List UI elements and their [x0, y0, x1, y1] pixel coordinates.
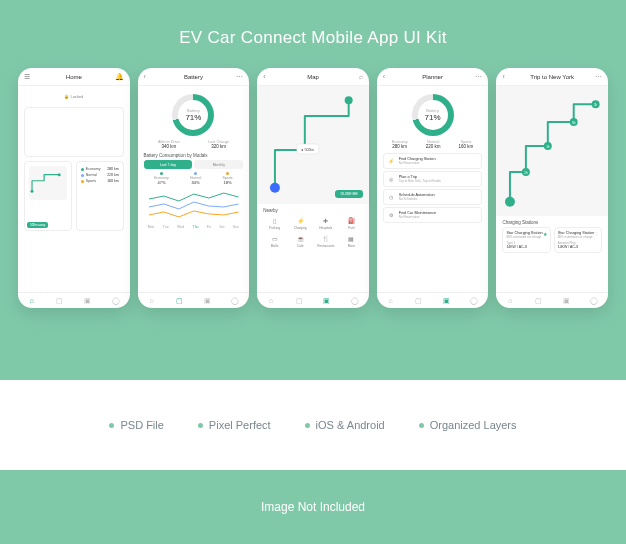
legend-value: 47% — [154, 180, 169, 185]
nav-home-icon[interactable]: ⌂ — [27, 296, 37, 306]
nav-home-icon[interactable]: ⌂ — [505, 296, 515, 306]
planner-item-trip[interactable]: ◎Plan a TripTrip to New York, Trip to Fl… — [383, 171, 483, 187]
charging-station-card[interactable]: ♡ Star Charging Station 88% estimated ca… — [554, 227, 602, 253]
more-icon[interactable]: ⋯ — [595, 73, 602, 81]
nav-battery-icon[interactable]: ▢ — [294, 296, 304, 306]
planner-item-schedule[interactable]: ◷Schedule AutomationNo Schedules — [383, 189, 483, 205]
more-icon[interactable]: ⋯ — [236, 73, 243, 81]
range-last7-pill[interactable]: Last 7 day — [144, 160, 193, 169]
donut-value: 71% — [185, 113, 201, 122]
range-monthly-pill[interactable]: Monthly — [194, 160, 243, 169]
section-title: Charging Stations — [502, 220, 602, 225]
drive-modes-card[interactable]: Economy280 km Normal220 km Sports160 km — [76, 161, 124, 231]
nav-home-icon[interactable]: ⌂ — [147, 296, 157, 306]
nav-profile-icon[interactable]: ◯ — [230, 296, 240, 306]
svg-point-3 — [270, 183, 280, 193]
features-row: PSD File Pixel Perfect iOS & Android Org… — [0, 380, 626, 470]
nav-profile-icon[interactable]: ◯ — [350, 296, 360, 306]
stat-value: 220 km — [426, 144, 441, 149]
nav-map-icon[interactable]: ▣ — [561, 296, 571, 306]
nav-planner-icon[interactable]: ▣ — [442, 296, 452, 306]
mode-label: Economy — [86, 167, 101, 171]
nav-home-icon[interactable]: ⌂ — [386, 296, 396, 306]
donut-value: 71% — [425, 113, 441, 122]
screen-planner: ‹ Planner ⋯ Battery 71% Economy280 km No… — [377, 68, 489, 308]
svg-point-4 — [345, 96, 353, 104]
bottom-nav: ⌂ ▢ ▣ ◯ — [496, 292, 608, 308]
bottom-nav: ⌂ ▢ ▣ ◯ — [377, 292, 489, 308]
screen-title: Trip to New York — [530, 74, 574, 80]
screen-trip: ‹ Trip to New York ⋯ 2h 1h 3h 2h Ch — [496, 68, 608, 308]
clock-icon: ◷ — [387, 193, 395, 201]
screen-title: Home — [66, 74, 82, 80]
more-icon[interactable]: ⋯ — [475, 73, 482, 81]
nav-map-icon[interactable]: ▣ — [83, 296, 93, 306]
back-icon[interactable]: ‹ — [383, 73, 385, 80]
planner-item-charging[interactable]: ⚡Find Charging StationNo Reservation — [383, 153, 483, 169]
bullet-icon — [419, 423, 424, 428]
svg-point-8 — [505, 197, 515, 207]
nav-battery-icon[interactable]: ▢ — [533, 296, 543, 306]
search-icon[interactable]: ⌕ — [359, 73, 363, 80]
bullet-icon — [198, 423, 203, 428]
charging-station-card[interactable]: ★ Star Charging Station 88% estimated ca… — [502, 227, 550, 253]
planner-item-maintenance[interactable]: ⚙Find Car MaintenanceNo Reservation — [383, 207, 483, 223]
trip-map-view[interactable]: 2h 1h 3h 2h — [496, 86, 608, 216]
svg-rect-7 — [496, 86, 608, 216]
nav-battery-icon[interactable]: ▢ — [174, 296, 184, 306]
svg-text:3h: 3h — [572, 121, 576, 125]
screen-header: ‹ Trip to New York ⋯ — [496, 68, 608, 86]
nav-battery-icon[interactable]: ▢ — [55, 296, 65, 306]
nearby-parking[interactable]: ▯Parking — [263, 215, 286, 230]
bell-icon[interactable]: 🔔 — [115, 73, 124, 81]
nearby-hospitals[interactable]: ✚Hospitals — [315, 215, 338, 230]
menu-icon[interactable]: ☰ — [24, 73, 30, 81]
feature-item: Organized Layers — [419, 419, 517, 431]
consumption-line-chart — [144, 187, 244, 223]
phone-mockups-row: ☰ Home 🔔 🔒 Locked — [0, 68, 626, 308]
nav-profile-icon[interactable]: ◯ — [589, 296, 599, 306]
parking-icon: ▯ — [270, 215, 280, 225]
day-label: Fri — [207, 225, 211, 229]
screen-title: Battery — [184, 74, 203, 80]
star-icon[interactable]: ★ — [543, 231, 547, 237]
day-label: Mon — [148, 225, 155, 229]
legend-value: 34% — [190, 180, 201, 185]
map-preview-card[interactable]: 500m away — [24, 161, 72, 231]
day-label: Tue — [163, 225, 169, 229]
guide-me-button[interactable]: GUIDE ME — [335, 190, 362, 198]
stat-value: 160 km — [459, 144, 474, 149]
nearby-restaurants[interactable]: 🍴Restaurants — [315, 233, 338, 248]
charging-icon: ⚡ — [295, 215, 305, 225]
nav-map-icon[interactable]: ▣ — [202, 296, 212, 306]
charging-icon: ⚡ — [387, 157, 395, 165]
nav-battery-icon[interactable]: ▢ — [414, 296, 424, 306]
nearby-fuel[interactable]: ⛽Fuel — [340, 215, 363, 230]
stat-value: 320 km — [208, 144, 229, 149]
day-label: Sat — [219, 225, 224, 229]
bottom-nav: ⌂ ▢ ▣ ◯ — [257, 292, 369, 308]
bullet-icon — [305, 423, 310, 428]
nearby-charging[interactable]: ⚡Charging — [289, 215, 312, 230]
wrench-icon: ⚙ — [387, 211, 395, 219]
screen-header: ‹ Planner ⋯ — [377, 68, 489, 86]
back-icon[interactable]: ‹ — [502, 73, 504, 80]
lock-status[interactable]: 🔒 Locked — [24, 90, 124, 103]
nav-map-icon[interactable]: ▣ — [322, 296, 332, 306]
nav-profile-icon[interactable]: ◯ — [111, 296, 121, 306]
nav-profile-icon[interactable]: ◯ — [469, 296, 479, 306]
nearby-cafe[interactable]: ☕Cafe — [289, 233, 312, 248]
heart-icon[interactable]: ♡ — [594, 231, 598, 237]
svg-text:2h: 2h — [594, 103, 598, 107]
nearby-malls[interactable]: ▭Malls — [263, 233, 286, 248]
hero-band: EV Car Connect Mobile App UI Kit ☰ Home … — [0, 0, 626, 380]
nearby-more[interactable]: ▦More — [340, 233, 363, 248]
back-icon[interactable]: ‹ — [144, 73, 146, 80]
nav-home-icon[interactable]: ⌂ — [266, 296, 276, 306]
map-view[interactable]: ◂ 500m GUIDE ME — [257, 86, 369, 204]
section-title: Nearby — [263, 208, 363, 213]
back-icon[interactable]: ‹ — [263, 73, 265, 80]
mode-value: 280 km — [107, 167, 118, 171]
feature-item: Pixel Perfect — [198, 419, 271, 431]
bottom-nav: ⌂ ▢ ▣ ◯ — [18, 292, 130, 308]
